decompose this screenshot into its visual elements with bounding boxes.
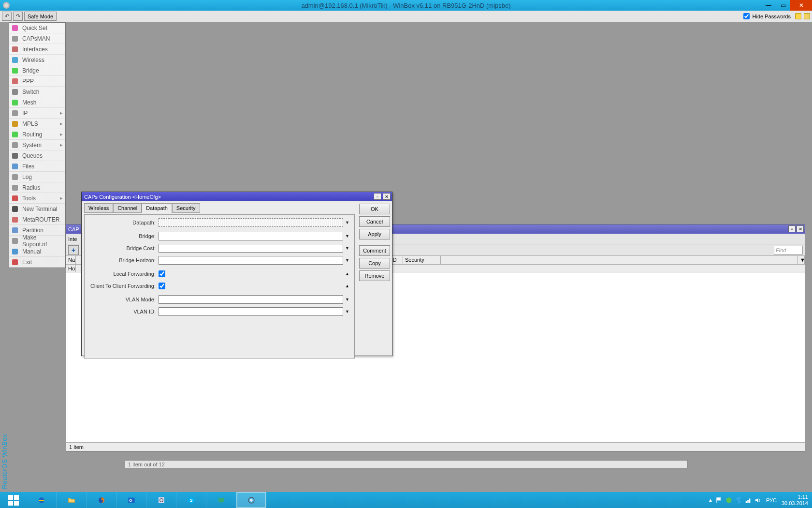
comment-button[interactable]: Comment [359, 245, 390, 256]
sidebar-item-bridge[interactable]: Bridge [9, 65, 65, 76]
tab-channel[interactable]: Channel [113, 203, 142, 213]
tab-security[interactable]: Security [172, 203, 200, 213]
taskbar-winbox[interactable] [236, 492, 266, 508]
col-security[interactable]: Security [403, 256, 441, 264]
label-vlan-id: VLAN ID: [88, 309, 159, 314]
sidebar-item-label: IP [22, 110, 28, 117]
apply-button[interactable]: Apply [359, 229, 390, 239]
input-vlan-id[interactable] [159, 307, 343, 316]
sidebar-item-make-supout.rif[interactable]: Make Supout.rif [9, 236, 65, 246]
sidebar-item-label: Exit [22, 259, 32, 266]
dropdown-bridge-horizon-icon[interactable]: ▼ [344, 256, 350, 265]
winbox-icon [247, 496, 255, 504]
label-local-forwarding: Local Forwarding: [88, 271, 159, 277]
hide-passwords-checkbox[interactable] [743, 13, 750, 19]
sidebar-item-log[interactable]: Log [9, 172, 65, 182]
input-datapath[interactable] [159, 218, 343, 227]
dialog-restore-button[interactable]: ▫ [374, 193, 381, 200]
collapse-local-fwd-icon[interactable]: ▲ [344, 270, 350, 278]
sidebar-item-new-terminal[interactable]: New Terminal [9, 204, 65, 214]
sidebar-item-quick-set[interactable]: Quick Set [9, 23, 65, 33]
tray-expand-icon[interactable]: ▲ [708, 497, 713, 503]
undo-button[interactable]: ↶ [2, 12, 12, 21]
input-vlan-mode[interactable] [159, 295, 343, 304]
tray-language[interactable]: РУС [766, 497, 777, 503]
sidebar-item-switch[interactable]: Switch [9, 87, 65, 97]
sidebar-item-interfaces[interactable]: Interfaces [9, 44, 65, 55]
dialog-close-button[interactable]: ✕ [383, 193, 391, 200]
header-dropdown-icon[interactable]: ▼ [798, 256, 805, 264]
sidebar-item-system[interactable]: System▸ [9, 140, 65, 150]
sidebar-item-exit[interactable]: Exit [9, 257, 65, 268]
sidebar-item-radius[interactable]: Radius [9, 182, 65, 193]
sidebar-item-mesh[interactable]: Mesh [9, 97, 65, 108]
dropdown-vlan-id-icon[interactable]: ▼ [344, 308, 350, 316]
taskbar-skype[interactable]: S [176, 492, 206, 508]
redo-button[interactable]: ↷ [13, 12, 23, 21]
copy-button[interactable]: Copy [359, 258, 390, 269]
sidebar-item-capsman[interactable]: CAPsMAN [9, 33, 65, 44]
taskbar-outlook[interactable]: O [116, 492, 146, 508]
sidebar-item-files[interactable]: Files [9, 161, 65, 172]
sidebar-item-metarouter[interactable]: MetaROUTER [9, 214, 65, 225]
cap-list-close-button[interactable]: ✕ [797, 225, 804, 232]
hide-passwords-toggle[interactable]: Hide Passwords [743, 13, 791, 19]
lock-icon[interactable] [795, 13, 801, 19]
sidebar-icon [12, 184, 19, 191]
start-button[interactable] [0, 492, 27, 508]
sidebar-item-mpls[interactable]: MPLS▸ [9, 119, 65, 129]
input-bridge-horizon[interactable] [159, 256, 343, 265]
workspace: CAP ▫ ✕ Inte + Find Na VLAN Mo... VLAN I… [66, 22, 812, 492]
flag-icon[interactable] [716, 497, 723, 504]
sidebar-item-queues[interactable]: Queues [9, 150, 65, 161]
find-input[interactable]: Find [774, 246, 803, 254]
sidebar-item-wireless[interactable]: Wireless [9, 55, 65, 65]
safe-mode-button[interactable]: Safe Mode [24, 12, 57, 21]
dropdown-vlan-mode-icon[interactable]: ▼ [344, 296, 350, 304]
cap-list-restore-button[interactable]: ▫ [788, 225, 796, 232]
minimize-button[interactable]: — [761, 0, 776, 11]
network-icon[interactable] [745, 497, 752, 504]
security-icon[interactable] [725, 497, 732, 504]
col-name[interactable]: Na [66, 256, 76, 264]
svg-rect-6 [12, 89, 18, 95]
tab-datapath[interactable]: Datapath [142, 203, 172, 213]
taskbar-firefox[interactable] [87, 492, 116, 508]
sidebar-icon [12, 67, 19, 74]
lock-icon-2[interactable] [804, 13, 810, 19]
taskbar-app2[interactable] [206, 492, 236, 508]
submenu-arrow-icon: ▸ [60, 131, 63, 137]
sidebar-icon [12, 259, 19, 266]
sidebar-item-label: System [22, 142, 42, 149]
sidebar-icon [12, 216, 19, 223]
dropdown-bridge-cost-icon[interactable]: ▼ [344, 244, 350, 253]
cap-list-tab[interactable]: Inte [68, 236, 76, 242]
checkbox-local-forwarding[interactable] [159, 270, 165, 277]
sidebar-item-ip[interactable]: IP▸ [9, 108, 65, 119]
taskbar-explorer[interactable] [57, 492, 87, 508]
remove-button[interactable]: Remove [359, 270, 390, 281]
volume-icon[interactable] [754, 497, 761, 504]
dropdown-datapath-icon[interactable]: ▼ [344, 219, 350, 227]
input-bridge-cost[interactable] [159, 244, 343, 253]
add-button[interactable]: + [68, 245, 79, 255]
ok-button[interactable]: OK [359, 204, 390, 214]
tray-clock[interactable]: 1:11 30.03.2014 [782, 494, 808, 506]
taskbar-app1[interactable] [146, 492, 176, 508]
collapse-client-fwd-icon[interactable]: ▲ [344, 282, 350, 290]
sidebar-item-ppp[interactable]: PPP [9, 76, 65, 87]
taskbar-ie[interactable] [27, 492, 57, 508]
sidebar-item-tools[interactable]: Tools▸ [9, 193, 65, 204]
dropdown-bridge-icon[interactable]: ▼ [344, 232, 350, 240]
bluetooth-icon[interactable] [735, 497, 742, 504]
caps-config-dialog[interactable]: CAPs Configuration <HomeCfg> ▫ ✕ Wireles… [81, 192, 392, 356]
maximize-button[interactable]: ▭ [776, 0, 790, 11]
tab-wireless[interactable]: Wireless [84, 203, 113, 213]
sidebar-icon [12, 142, 19, 149]
cancel-button[interactable]: Cancel [359, 216, 390, 227]
sidebar-item-routing[interactable]: Routing▸ [9, 129, 65, 140]
checkbox-client-forwarding[interactable] [159, 283, 165, 289]
close-button[interactable]: ✕ [790, 0, 812, 11]
input-bridge[interactable] [159, 232, 343, 240]
sidebar-item-manual[interactable]: Manual [9, 246, 65, 257]
